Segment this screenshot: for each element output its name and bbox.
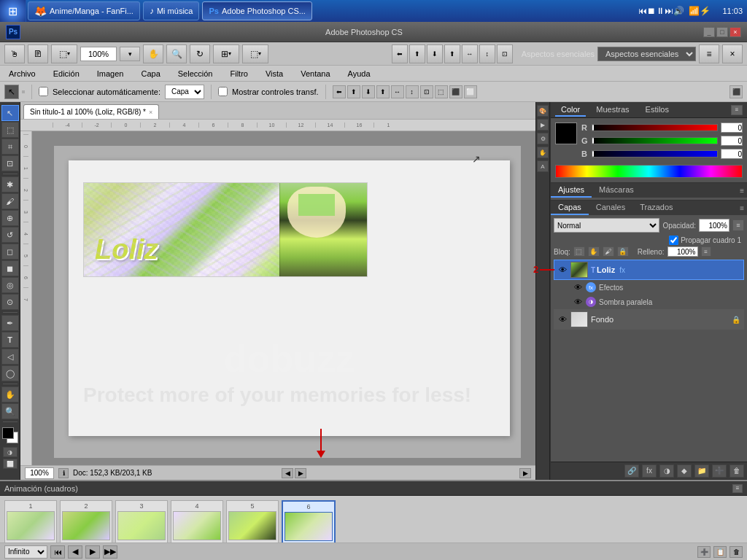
- layer-fondo[interactable]: 👁 Fondo 🔒: [554, 309, 744, 330]
- align-opt-1[interactable]: ⬅: [333, 85, 346, 98]
- color-spectrum[interactable]: [555, 165, 743, 178]
- align-opt-9[interactable]: ⬛: [449, 85, 462, 98]
- tool-move[interactable]: ↖: [1, 105, 19, 121]
- status-info-btn[interactable]: ℹ: [58, 468, 69, 478]
- estilos-tab[interactable]: Estilos: [640, 104, 675, 117]
- tool-zoom[interactable]: 🔍: [1, 403, 19, 419]
- menu-filtro[interactable]: Filtro: [227, 68, 250, 79]
- menu-capa[interactable]: Capa: [138, 68, 163, 79]
- minimize-button[interactable]: _: [703, 27, 715, 37]
- mini-btn-1[interactable]: 🎨: [537, 105, 549, 117]
- tool-blur[interactable]: ◎: [1, 277, 19, 293]
- layer-fondo-eye[interactable]: 👁: [557, 314, 568, 324]
- topbar-icon-2[interactable]: 🖹: [28, 44, 48, 63]
- anim-frame-6[interactable]: 6 0,5 seg. ▾: [282, 500, 336, 542]
- align-btn-4[interactable]: ⬆: [444, 44, 460, 63]
- anim-new-frame[interactable]: ➕: [697, 546, 711, 558]
- color-tab[interactable]: Color: [555, 104, 586, 117]
- layers-mask-btn[interactable]: ◑: [659, 464, 674, 478]
- layers-del-btn[interactable]: 🗑: [729, 464, 744, 478]
- tool-dodge[interactable]: ⊙: [1, 294, 19, 310]
- layer-sombra-eye[interactable]: 👁: [573, 297, 583, 307]
- show-transform-checkbox[interactable]: [218, 87, 228, 96]
- blend-mode-select[interactable]: Normal: [554, 218, 659, 233]
- align-opt-6[interactable]: ↕: [406, 85, 419, 98]
- align-opt-10[interactable]: ⬜: [464, 85, 477, 98]
- layer-loliz-fx[interactable]: fx: [619, 266, 625, 274]
- scroll-right-btn[interactable]: ▶: [519, 468, 531, 478]
- maximize-button[interactable]: □: [716, 27, 728, 37]
- fill-options[interactable]: ≡: [701, 246, 711, 257]
- align-btn-2[interactable]: ⬆: [409, 44, 425, 63]
- color-swatch[interactable]: [555, 122, 577, 144]
- auto-select-checkbox[interactable]: [39, 87, 48, 96]
- taskbar-btn-ps[interactable]: Ps Adobe Photoshop CS...: [202, 1, 311, 20]
- nav-next-btn[interactable]: ▶: [295, 468, 306, 478]
- rotate-tool-btn[interactable]: ↻: [190, 44, 210, 63]
- start-button[interactable]: ⊞: [0, 0, 26, 22]
- color-panel-menu[interactable]: ≡: [731, 105, 743, 115]
- align-opt-7[interactable]: ⊡: [420, 85, 433, 98]
- anim-menu-btn[interactable]: ≡: [732, 484, 743, 493]
- nav-prev-btn[interactable]: ◀: [282, 468, 293, 478]
- layers-new-btn[interactable]: ➕: [712, 464, 727, 478]
- tool-history[interactable]: ↺: [1, 227, 19, 243]
- taskbar-btn-2[interactable]: ♪ Mi música: [143, 1, 200, 20]
- lock-btn-1[interactable]: ⬚: [573, 246, 585, 257]
- align-opt-4[interactable]: ⬆: [376, 85, 390, 98]
- fill-value[interactable]: [667, 246, 698, 257]
- layer-efectos-eye[interactable]: 👁: [573, 282, 583, 292]
- adjust-panel-options[interactable]: ≡: [740, 187, 744, 195]
- lock-btn-4[interactable]: 🔒: [617, 246, 629, 257]
- propagate-checkbox[interactable]: [669, 236, 678, 245]
- topbar-extra-2[interactable]: ×: [722, 44, 743, 63]
- capas-tab[interactable]: Capas: [551, 201, 589, 215]
- topbar-icon-3[interactable]: ⬚▾: [51, 44, 77, 63]
- menu-seleccion[interactable]: Selección: [175, 68, 216, 79]
- layers-link-btn[interactable]: 🔗: [624, 464, 639, 478]
- align-opt-5[interactable]: ↔: [391, 85, 404, 98]
- g-slider[interactable]: [592, 137, 718, 144]
- align-btn-3[interactable]: ⬇: [427, 44, 443, 63]
- hand-tool-btn[interactable]: ✋: [143, 44, 163, 63]
- layers-fx-btn[interactable]: fx: [642, 464, 657, 478]
- canvas-workspace[interactable]: Loliz dobuzz Protect more of your memori…: [32, 131, 535, 465]
- tool-stamp[interactable]: ⊕: [1, 210, 19, 226]
- menu-imagen[interactable]: Imagen: [94, 68, 127, 79]
- loop-select[interactable]: Infinito Una vez 3 veces: [4, 545, 47, 559]
- b-slider[interactable]: [592, 150, 718, 158]
- layer-select[interactable]: Capa: [165, 85, 204, 99]
- tool-hand[interactable]: ✋: [1, 386, 19, 402]
- r-value[interactable]: [721, 122, 743, 133]
- anim-play-btn[interactable]: ▶: [85, 545, 100, 559]
- menu-vista[interactable]: Vista: [263, 68, 286, 79]
- zoom-status[interactable]: 100%: [25, 467, 54, 479]
- tool-pen[interactable]: ✒: [1, 315, 19, 331]
- anim-frame-4[interactable]: 4 0,2 seg. ▾: [171, 500, 223, 542]
- align-opt-3[interactable]: ⬇: [362, 85, 375, 98]
- align-btn-5[interactable]: ↔: [462, 44, 478, 63]
- anim-frame-3[interactable]: 3 0,2 seg. ▾: [115, 500, 168, 542]
- align-btn-1[interactable]: ⬅: [392, 44, 408, 63]
- topbar-extra-1[interactable]: ≡: [699, 44, 719, 63]
- lock-btn-2[interactable]: ✋: [588, 246, 600, 257]
- r-slider[interactable]: [592, 124, 718, 131]
- zoom-display[interactable]: 100%: [80, 47, 117, 61]
- tool-quickmask[interactable]: ◑: [3, 447, 18, 457]
- tool-shape[interactable]: ◯: [1, 365, 19, 381]
- mascaras-tab[interactable]: Máscaras: [592, 183, 641, 198]
- tool-text[interactable]: T: [1, 332, 19, 348]
- tool-eraser[interactable]: ◻: [1, 244, 19, 260]
- menu-ventana[interactable]: Ventana: [298, 68, 333, 79]
- mini-btn-3[interactable]: ⚙: [537, 133, 549, 144]
- layer-loliz-eye[interactable]: 👁: [557, 265, 568, 275]
- tool-crop[interactable]: ⊡: [1, 155, 19, 171]
- mini-btn-4[interactable]: ✋: [537, 147, 549, 158]
- muestras-tab[interactable]: Muestras: [590, 104, 635, 117]
- tool-lasso[interactable]: ⌗: [1, 139, 19, 155]
- layers-adj-btn[interactable]: ◆: [677, 464, 692, 478]
- menu-edicion[interactable]: Edición: [50, 68, 82, 79]
- layers-panel-options[interactable]: ≡: [740, 204, 744, 212]
- ajustes-tab[interactable]: Ajustes: [551, 183, 592, 198]
- tool-screenmode[interactable]: ⬜: [3, 459, 18, 469]
